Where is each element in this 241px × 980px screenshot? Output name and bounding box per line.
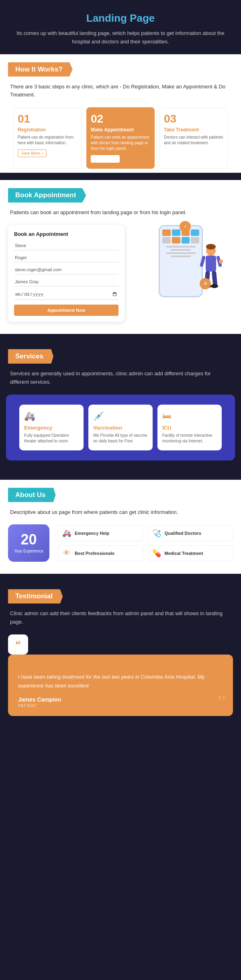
step-title-2: Make Appointment [91, 127, 150, 133]
book-appointment-description: Patients can book an appointment from la… [0, 203, 241, 225]
page-heading: Landing Page [16, 12, 225, 25]
quote-mark-bottom: ” [217, 692, 226, 712]
phone-mockup: ✓ ⚙ [129, 225, 233, 297]
service-card-icu: 🛏 ICU Facility of remote interactive mon… [157, 405, 222, 450]
step-num-2: 02 [91, 113, 150, 125]
step-card-3: 03 Take Treatment Doctors can interact w… [159, 107, 228, 169]
services-cards-container: 🚑 Emergency Fully equipped Operation the… [6, 395, 235, 460]
phone-tile-5 [162, 237, 171, 243]
page-description: Its comes up with beautiful landing page… [16, 29, 225, 46]
dark-divider-3 [0, 473, 241, 480]
service-card-vaccination: 💉 Vaccination We Provide All type of vac… [88, 405, 153, 450]
svg-point-5 [219, 260, 223, 264]
medical-treatment-label: Medical Treatment [165, 551, 203, 556]
step-desc-1: Patient can do registration from here wi… [18, 135, 77, 146]
about-section: About Us Descriptive about us page from … [0, 480, 241, 574]
step-desc-3: Doctors can interact with patients and d… [164, 135, 223, 146]
svg-point-9 [211, 284, 218, 288]
step-card-1: 01 Registration Patient can do registrat… [13, 107, 82, 169]
about-stats-grid: 🚑 Emergency Help 🩺 Qualified Doctors 👁 B… [57, 525, 233, 561]
testimonial-description: Clinic admin can add their clients feedb… [0, 604, 241, 634]
qualified-doctors-label: Qualified Doctors [165, 531, 202, 536]
how-it-works-description: There are 3 basic steps in any clinic, w… [0, 77, 241, 108]
stat-medical-treatment: 💊 Medical Treatment [147, 545, 233, 561]
settings-accent-circle: ⚙ [200, 278, 211, 289]
step-num-1: 01 [18, 113, 77, 125]
emergency-help-label: Emergency Help [75, 531, 109, 536]
experience-text: Year Experience [14, 548, 43, 554]
form-input-surname[interactable] [14, 253, 118, 262]
form-input-name[interactable] [14, 241, 118, 250]
service-card-emergency: 🚑 Emergency Fully equipped Operation the… [19, 405, 84, 450]
phone-visual-container: ✓ ⚙ [159, 225, 203, 297]
vaccination-icon: 💉 [93, 411, 148, 421]
testimonial-banner: Testimonial [8, 589, 63, 604]
best-professionals-label: Best Professionals [75, 551, 114, 556]
phone-tile-7 [182, 237, 190, 243]
step-card-2: 02 Make Appointment Patient can seek an … [86, 107, 155, 169]
dark-divider-4 [0, 574, 241, 581]
phone-tile-8 [191, 237, 199, 243]
testimonial-card: ” I have been taking treatment for the l… [8, 655, 233, 716]
steps-row: 01 Registration Patient can do registrat… [0, 107, 241, 173]
stat-best-professionals: 👁 Best Professionals [57, 545, 143, 561]
qualified-doctors-icon: 🩺 [152, 529, 161, 538]
testimonial-section: Testimonial Clinic admin can add their c… [0, 581, 241, 732]
testimonial-quote: I have been taking treatment for the las… [18, 665, 223, 690]
step-num-3: 03 [164, 113, 223, 125]
book-appointment-visual: Book an Appointment Appointment Now [0, 225, 241, 322]
appointment-submit-button[interactable]: Appointment Now [14, 305, 118, 316]
svg-rect-2 [206, 256, 216, 272]
phone-tile-6 [172, 237, 180, 243]
form-input-doctor[interactable] [14, 277, 118, 286]
how-it-works-section: How It Works? There are 3 basic steps in… [0, 54, 241, 173]
phone-line-4 [171, 256, 191, 257]
experience-number: 20 [14, 532, 43, 547]
quote-icon-badge: “ [8, 634, 28, 655]
services-description: Services are generally used in appointme… [0, 364, 241, 395]
emergency-desc: Fully equipped Operation theater attache… [24, 433, 79, 444]
book-appointment-banner: Book Appointment [8, 188, 86, 203]
svg-rect-4 [200, 256, 206, 267]
form-input-date[interactable] [14, 289, 118, 300]
about-content: 20 Year Experience 🚑 Emergency Help 🩺 Qu… [0, 524, 241, 562]
testimonial-author: James Campion [18, 696, 223, 703]
icu-title: ICU [162, 425, 217, 431]
step-title-3: Take Treatment [164, 127, 223, 133]
svg-point-1 [206, 244, 216, 250]
vaccination-title: Vaccination [93, 425, 148, 431]
phone-tile-4 [191, 229, 199, 236]
title-section: Landing Page Its comes up with beautiful… [0, 0, 241, 54]
emergency-title: Emergency [24, 425, 79, 431]
orange-accent-circle: ✓ [180, 221, 191, 232]
about-banner: About Us [8, 488, 56, 502]
phone-line-1 [166, 246, 196, 248]
view-more-btn-2[interactable]: View More › [91, 155, 120, 163]
appointment-form-card: Book an Appointment Appointment Now [8, 225, 125, 322]
icu-icon: 🛏 [162, 411, 217, 421]
dark-divider-2 [0, 334, 241, 341]
experience-badge: 20 Year Experience [8, 524, 49, 562]
phone-tile-1 [162, 229, 171, 236]
vaccination-desc: We Provide All type of vaccine on daily … [93, 433, 148, 444]
form-input-email[interactable] [14, 265, 118, 274]
testimonial-role: PATIENT [18, 704, 223, 708]
stat-emergency: 🚑 Emergency Help [57, 525, 143, 541]
best-professionals-icon: 👁 [62, 549, 71, 557]
step-title-1: Registration [18, 127, 77, 133]
services-banner: Services [8, 349, 53, 364]
services-section: Services Services are generally used in … [0, 341, 241, 473]
dark-divider-1 [0, 173, 241, 180]
phone-line-2 [171, 249, 191, 251]
book-appointment-section: Book Appointment Patients can book an ap… [0, 180, 241, 334]
view-more-btn-1[interactable]: View More › [18, 149, 47, 157]
step-desc-2: Patient can seek an appointment with doc… [91, 135, 150, 151]
phone-line-3 [166, 252, 196, 254]
icu-desc: Facility of remote interactive monitorin… [162, 433, 217, 444]
phone-tile-2 [172, 229, 180, 236]
about-description: Descriptive about us page from where pat… [0, 502, 241, 525]
phone-body [159, 225, 203, 297]
form-title: Book an Appointment [14, 231, 118, 237]
medical-treatment-icon: 💊 [152, 549, 161, 558]
how-it-works-banner: How It Works? [8, 62, 73, 77]
